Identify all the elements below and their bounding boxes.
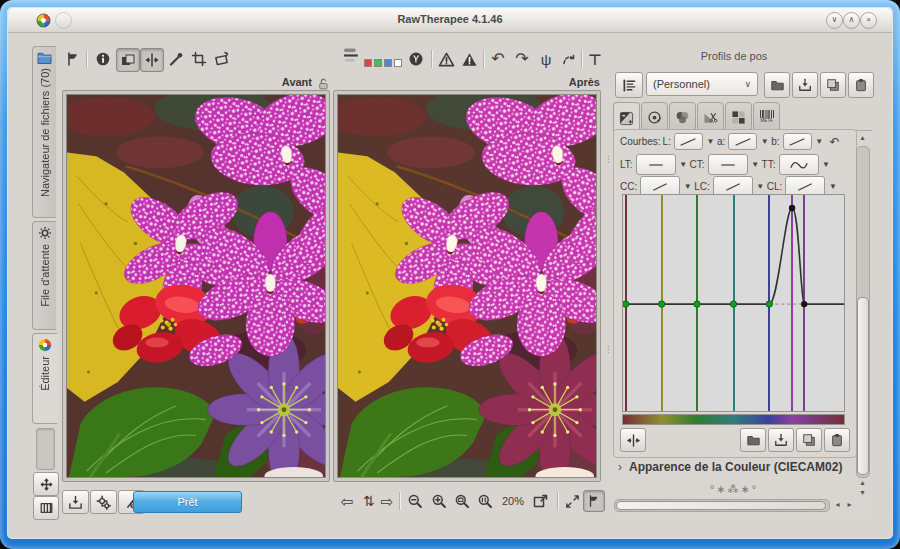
scroll-up-button[interactable]: ▴	[856, 133, 869, 144]
redo-button[interactable]: ↷	[511, 48, 533, 70]
copy-profile-button[interactable]	[820, 72, 846, 98]
minimize-button[interactable]: ∨	[826, 12, 843, 29]
horizontal-scroll-thumb[interactable]	[616, 501, 826, 510]
fullscreen-button[interactable]	[561, 490, 583, 512]
hand-tool-button[interactable]	[62, 48, 84, 70]
curve-cl-dropdown[interactable]: ▼	[826, 179, 839, 195]
curve-fine-tune-button[interactable]	[620, 428, 646, 452]
curve-tt-dropdown[interactable]: ▼	[820, 157, 833, 173]
hand-tool-toggle[interactable]	[583, 490, 605, 512]
send-to-button[interactable]	[558, 48, 580, 70]
tab-metadata[interactable]: META	[753, 102, 780, 132]
split-view-button[interactable]	[140, 48, 164, 72]
curve-ct-dropdown[interactable]: ▼	[749, 157, 762, 173]
top-bar-toggle-button[interactable]: ⊤	[584, 48, 606, 70]
shadow-clipping-button[interactable]	[458, 48, 480, 70]
paste-curve-button[interactable]	[824, 428, 850, 452]
close-button[interactable]: ×	[860, 12, 877, 29]
tools-vertical-scrollbar[interactable]	[856, 146, 870, 478]
curve-control-point[interactable]	[658, 301, 664, 307]
before-image-panel[interactable]	[62, 90, 330, 482]
blue-channel-swatch[interactable]	[384, 59, 392, 67]
curve-lc-dropdown[interactable]: ▼	[754, 179, 767, 195]
red-channel-swatch[interactable]	[364, 59, 372, 67]
tab-transform[interactable]	[725, 102, 752, 132]
panel-splitter[interactable]: ⋮	[604, 348, 610, 351]
sidebar-tab-file-browser[interactable]: Navigateur de fichiers (70)	[32, 46, 56, 218]
rotate-tool-button[interactable]	[211, 48, 233, 70]
undo-button[interactable]: ↶	[487, 48, 509, 70]
copy-curve-button[interactable]	[796, 428, 822, 452]
panel-splitter[interactable]: ⋮	[604, 158, 610, 161]
tools-horizontal-scrollbar[interactable]	[614, 499, 830, 512]
paste-profile-button[interactable]	[848, 72, 874, 98]
chevron-down-icon: ∨	[744, 79, 751, 89]
histogram-display-button[interactable]	[337, 44, 365, 66]
lock-icon[interactable]	[316, 77, 330, 90]
profile-fill-mode-button[interactable]	[615, 72, 643, 98]
tab-detail[interactable]	[641, 102, 668, 132]
curve-b-dropdown[interactable]: ▼	[813, 134, 826, 150]
curve-control-point[interactable]	[730, 301, 736, 307]
maximize-button[interactable]: ∧	[843, 12, 860, 29]
reset-curves-icon[interactable]: ↶	[830, 136, 840, 148]
titlebar[interactable]: RawTherapee 4.1.46 ∨ ∧ ×	[8, 8, 892, 33]
pan-mode-button[interactable]	[33, 472, 59, 496]
sidebar-tab-label: Éditeur	[39, 356, 51, 391]
curve-control-point[interactable]	[623, 301, 629, 307]
gamma-button[interactable]	[405, 48, 427, 70]
zoom-100-button[interactable]	[474, 490, 496, 512]
tab-advanced[interactable]	[697, 102, 724, 132]
zoom-in-button[interactable]	[428, 490, 450, 512]
ciecam-section-header[interactable]: › Apparence de la Couleur (CIECAM02)	[618, 460, 842, 474]
scroll-up-button-2[interactable]: ▴	[856, 478, 869, 488]
filmstrip-toggle-button[interactable]	[33, 496, 59, 520]
green-channel-swatch[interactable]	[374, 59, 382, 67]
curve-control-point[interactable]	[766, 301, 772, 307]
curve-control-point-selected[interactable]	[801, 301, 807, 307]
highlight-clipping-button[interactable]	[435, 48, 457, 70]
vertical-scroll-thumb[interactable]	[857, 297, 869, 475]
after-image-panel[interactable]	[333, 90, 601, 482]
curve-control-point[interactable]	[694, 301, 700, 307]
save-image-button[interactable]	[62, 490, 89, 514]
crop-tool-button[interactable]	[188, 48, 210, 70]
scroll-down-button[interactable]: ▾	[856, 488, 869, 498]
luma-channel-swatch[interactable]	[394, 59, 402, 67]
profile-select[interactable]: (Personnel) ∨	[646, 72, 758, 96]
curve-lt-type-button[interactable]	[636, 154, 676, 175]
zoom-fit-button[interactable]	[451, 490, 473, 512]
before-after-view-button[interactable]	[116, 48, 140, 72]
previous-image-button[interactable]: ⇦	[336, 490, 358, 512]
load-curve-button[interactable]	[740, 428, 766, 452]
detail-window-button[interactable]	[530, 490, 552, 512]
curve-a-dropdown[interactable]: ▼	[758, 134, 771, 150]
add-to-queue-button[interactable]	[90, 490, 117, 514]
straighten-tool-button[interactable]	[165, 48, 187, 70]
curve-l-type-button[interactable]	[674, 133, 703, 150]
curve-cc-dropdown[interactable]: ▼	[681, 179, 694, 195]
ciecam-title: Apparence de la Couleur (CIECAM02)	[629, 460, 842, 474]
load-profile-button[interactable]	[764, 72, 790, 98]
sidebar-tab-queue[interactable]: File d'attente	[32, 221, 56, 330]
curve-l-dropdown[interactable]: ▼	[704, 134, 717, 150]
next-image-button[interactable]: ⇨	[376, 490, 398, 512]
scroll-left-button[interactable]: ◂	[832, 500, 843, 510]
hue-curve-editor[interactable]	[622, 194, 845, 412]
info-button[interactable]	[92, 48, 114, 70]
zoom-out-button[interactable]	[404, 490, 426, 512]
curve-b-type-button[interactable]	[783, 133, 812, 150]
curve-ct-type-button[interactable]	[708, 154, 748, 175]
save-profile-button[interactable]	[792, 72, 818, 98]
curve-tt-type-button[interactable]	[779, 154, 819, 175]
curve-control-point-selected[interactable]	[789, 205, 795, 211]
tab-color[interactable]	[669, 102, 696, 132]
curve-a-type-button[interactable]	[728, 133, 757, 150]
gears-icon	[38, 226, 52, 240]
save-curve-button[interactable]	[768, 428, 794, 452]
sidebar-tab-editor[interactable]: Éditeur	[32, 333, 58, 424]
histogram-channel-toggles[interactable]	[364, 59, 404, 67]
curve-lt-dropdown[interactable]: ▼	[677, 157, 690, 173]
scroll-right-button[interactable]: ▸	[844, 500, 855, 510]
snapshot-button[interactable]: ψ	[535, 48, 557, 70]
